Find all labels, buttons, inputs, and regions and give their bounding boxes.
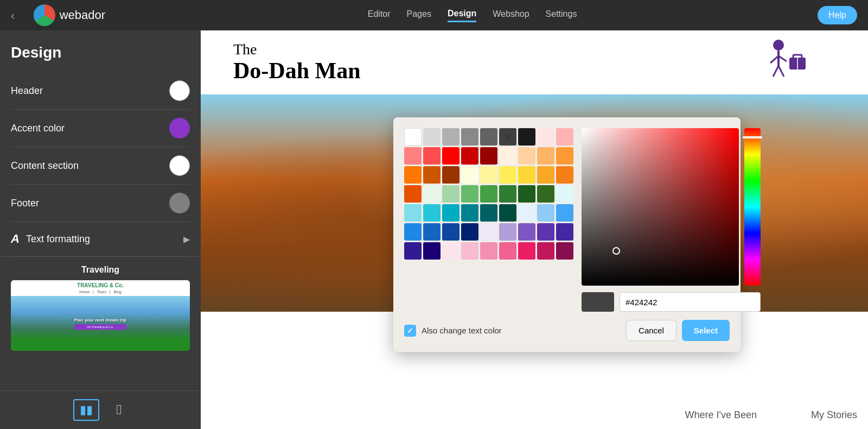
sidebar-item-content[interactable]: Content section (0, 147, 201, 184)
accent-color-circle[interactable] (169, 118, 190, 138)
text-color-label: Also change text color (422, 326, 502, 335)
swatch-gray-5[interactable] (499, 128, 516, 146)
swatch-orange-2[interactable] (556, 147, 573, 165)
svg-line-4 (773, 66, 778, 77)
swatch-pink-light-2[interactable] (461, 242, 478, 260)
swatch-pink-light-3[interactable] (480, 242, 497, 260)
desktop-icon[interactable]: ▮▮ (73, 399, 99, 421)
swatch-darkred-1[interactable] (480, 147, 497, 165)
header-color-circle[interactable] (169, 80, 190, 101)
swatch-green-2[interactable] (442, 185, 459, 203)
swatch-cyan-3[interactable] (423, 204, 441, 222)
swatch-lightgreen-dark[interactable] (537, 185, 554, 203)
help-button[interactable]: Help (818, 6, 857, 24)
current-color-preview (582, 292, 614, 312)
swatch-blue-2[interactable] (537, 204, 554, 222)
thumbnail-hero-text: Plan your next dream trip (74, 318, 126, 323)
swatch-pink-2[interactable] (556, 128, 573, 146)
swatch-gray-4[interactable] (480, 128, 497, 146)
thumbnail-logo: TRAVELING & Co. (77, 282, 124, 288)
content-color-circle[interactable] (169, 155, 190, 176)
swatch-blue-1[interactable] (518, 204, 535, 222)
swatch-amber-2[interactable] (556, 166, 573, 184)
nav-settings[interactable]: Settings (546, 9, 577, 21)
hex-input[interactable] (620, 292, 761, 312)
swatch-darkorange-2[interactable] (442, 166, 459, 184)
swatch-yellow-4[interactable] (518, 166, 535, 184)
accent-label: Accent color (11, 123, 65, 134)
swatch-red-4[interactable] (461, 147, 478, 165)
swatch-pink-darker[interactable] (537, 242, 554, 260)
swatch-darkgreen-1[interactable] (518, 185, 535, 203)
device-switcher: ▮▮ ▯ (0, 390, 201, 429)
back-button[interactable]: ‹ (11, 9, 15, 22)
swatch-teal-2[interactable] (480, 204, 497, 222)
swatch-gray-1[interactable] (423, 128, 441, 146)
text-color-checkbox[interactable] (404, 325, 416, 337)
swatch-peach-1[interactable] (499, 147, 516, 165)
footer-color-circle[interactable] (169, 193, 190, 213)
swatch-purple-5[interactable] (556, 223, 573, 241)
swatch-darkteal-1[interactable] (499, 204, 516, 222)
swatch-cyan-2[interactable] (404, 204, 422, 222)
swatch-pink-med[interactable] (499, 242, 516, 260)
swatch-red-1[interactable] (404, 147, 422, 165)
sidebar-item-header[interactable]: Header (0, 72, 201, 109)
swatch-purple-2[interactable] (499, 223, 516, 241)
swatch-yellow-2[interactable] (480, 166, 497, 184)
preview-nav-link-2[interactable]: My Stories (811, 409, 857, 421)
nav-editor[interactable]: Editor (368, 9, 391, 21)
gradient-picker[interactable] (582, 128, 739, 286)
select-button[interactable]: Select (682, 320, 730, 341)
swatch-red-2[interactable] (423, 147, 441, 165)
swatch-pink-1[interactable] (537, 128, 554, 146)
swatch-teal-1[interactable] (461, 204, 478, 222)
swatch-purple-4[interactable] (537, 223, 554, 241)
swatch-green-3[interactable] (461, 185, 478, 203)
swatch-green-1[interactable] (423, 185, 441, 203)
swatch-cyan-1[interactable] (556, 185, 573, 203)
swatch-indigo-darker[interactable] (423, 242, 441, 260)
swatch-white[interactable] (404, 128, 422, 146)
text-color-checkbox-label: Also change text color (404, 325, 502, 337)
swatch-gray-3[interactable] (461, 128, 478, 146)
swatch-red-3[interactable] (442, 147, 459, 165)
swatch-blue-5[interactable] (423, 223, 441, 241)
sidebar-item-accent[interactable]: Accent color (0, 110, 201, 147)
swatch-deeporange-1[interactable] (404, 185, 422, 203)
template-thumbnail[interactable]: TRAVELING & Co. Home | Tours | Blog Plan… (11, 280, 190, 351)
swatch-purple-1[interactable] (480, 223, 497, 241)
swatch-pink-light-1[interactable] (442, 242, 459, 260)
swatch-orange-3[interactable] (404, 166, 422, 184)
swatch-pink-dark[interactable] (518, 242, 535, 260)
swatch-purple-3[interactable] (518, 223, 535, 241)
swatch-magenta-1[interactable] (556, 242, 573, 260)
cancel-button[interactable]: Cancel (626, 320, 676, 341)
gradient-bg (582, 128, 739, 286)
swatch-darkorange-1[interactable] (423, 166, 441, 184)
swatch-cyan-4[interactable] (442, 204, 459, 222)
nav-pages[interactable]: Pages (407, 9, 431, 21)
mobile-icon[interactable]: ▯ (110, 399, 127, 421)
swatch-peach-2[interactable] (518, 147, 535, 165)
hue-slider[interactable] (744, 128, 761, 286)
swatch-amber-1[interactable] (537, 166, 554, 184)
preview-nav-link-1[interactable]: Where I've Been (685, 409, 757, 421)
swatch-gray-2[interactable] (442, 128, 459, 146)
sidebar-item-text-formatting[interactable]: A Text formatting ▶ (0, 222, 201, 256)
swatch-green-5[interactable] (499, 185, 516, 203)
nav-design[interactable]: Design (448, 9, 476, 22)
swatch-yellow-3[interactable] (499, 166, 516, 184)
nav-webshop[interactable]: Webshop (493, 9, 529, 21)
swatch-yellow-1[interactable] (461, 166, 478, 184)
sidebar-item-footer[interactable]: Footer (0, 185, 201, 222)
swatch-orange-1[interactable] (537, 147, 554, 165)
swatch-black[interactable] (518, 128, 535, 146)
swatch-green-4[interactable] (480, 185, 497, 203)
swatch-blue-4[interactable] (404, 223, 422, 241)
swatch-indigo-dark[interactable] (404, 242, 422, 260)
swatch-blue-3[interactable] (556, 204, 573, 222)
swatch-darkblue-2[interactable] (461, 223, 478, 241)
color-picker-popup: Also change text color Cancel Select (393, 117, 741, 352)
swatch-darkblue-1[interactable] (442, 223, 459, 241)
